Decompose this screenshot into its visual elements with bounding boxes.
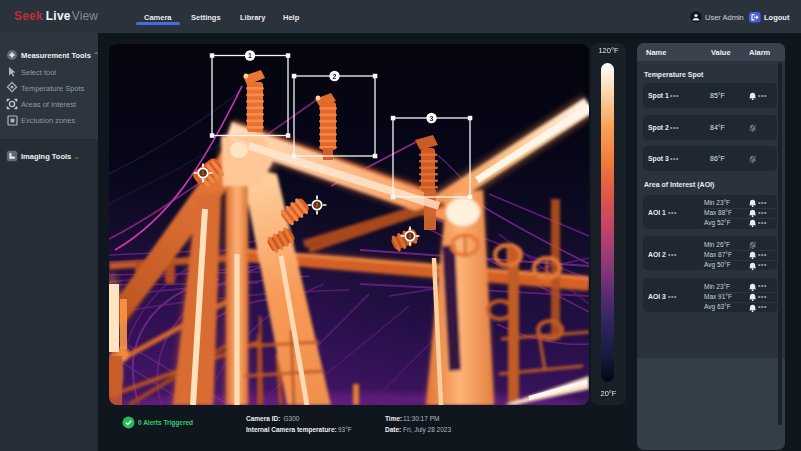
svg-text:2: 2 [333, 73, 337, 80]
svg-text:1: 1 [248, 52, 252, 59]
svg-text:2: 2 [316, 202, 319, 208]
svg-text:3: 3 [409, 233, 412, 239]
svg-text:1: 1 [202, 170, 205, 176]
svg-text:3: 3 [430, 115, 434, 122]
